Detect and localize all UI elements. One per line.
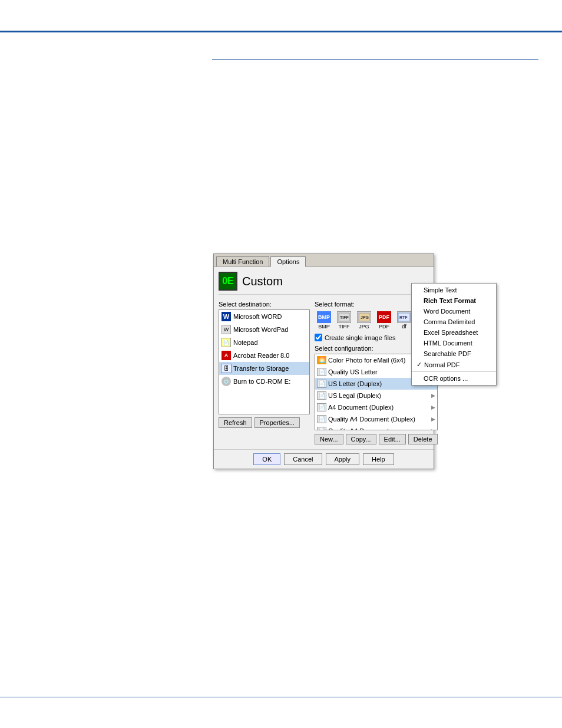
bottom-decorative-line (0, 697, 562, 697)
create-single-label[interactable]: Create single image files (325, 334, 395, 341)
format-bmp-btn[interactable]: BMP BMP (315, 309, 333, 331)
config-item-a4-duplex[interactable]: 📄 A4 Document (Duplex) ▶ (315, 401, 437, 413)
svg-text:RTF: RTF (399, 315, 408, 319)
bmp-label: BMP (318, 324, 330, 330)
menu-item-comma[interactable]: Comma Delimited (412, 317, 496, 327)
dest-item-label: Microsoft WordPad (233, 326, 288, 333)
menu-item-normal-pdf[interactable]: Normal PDF (412, 359, 496, 370)
dialog-icon: 0E (219, 272, 237, 291)
header-rule (212, 59, 538, 60)
dest-item-cdrom[interactable]: 💿 Burn to CD-ROM E: (219, 375, 309, 388)
config-item-label: Color Photo for eMail (6x4) (328, 357, 405, 364)
menu-item-simple-text[interactable]: Simple Text (412, 285, 496, 295)
config-item-quality-a4[interactable]: 📄 Quality A4 Document ▶ (315, 425, 437, 430)
menu-item-html[interactable]: HTML Document (412, 338, 496, 348)
acrobat-icon: A (221, 350, 232, 361)
dest-item-label: Acrobat Reader 8.0 (233, 352, 289, 359)
config-item-label: A4 Document (Duplex) (328, 404, 394, 411)
format-pdf-btn[interactable]: PDF PDF (375, 309, 394, 331)
config-arrow: ▶ (431, 393, 435, 398)
config-item-label: Quality US Letter (328, 368, 378, 375)
config-arrow: ▶ (431, 416, 435, 422)
config-item-label: Quality A4 Document (328, 427, 389, 430)
menu-separator (412, 371, 496, 372)
tab-multi-function[interactable]: Multi Function (216, 256, 269, 266)
pdf-label: PDF (379, 324, 389, 330)
create-single-checkbox[interactable] (315, 334, 322, 341)
storage-icon: 🗄 (221, 363, 232, 374)
dialog-body: 0E Custom Select destination: W Microsof… (214, 267, 434, 449)
config-item-quality-a4-duplex[interactable]: 📄 Quality A4 Document (Duplex) ▶ (315, 413, 437, 425)
dest-item-label: Microsoft WORD (233, 313, 282, 320)
new-button[interactable]: New... (315, 434, 343, 444)
config-item-label: US Letter (Duplex) (328, 380, 382, 387)
config-icon-quality-us: 📄 (317, 367, 326, 377)
svg-text:TIFF: TIFF (340, 315, 349, 319)
jpg-label: JPG (359, 324, 369, 330)
dest-item-label: Transfer to Storage (233, 365, 289, 372)
tiff-label: TIFF (339, 324, 350, 330)
dest-item-wordpad[interactable]: W Microsoft WordPad (219, 323, 309, 336)
color-photo-icon: 🌅 (317, 355, 326, 365)
dest-item-acrobat[interactable]: A Acrobat Reader 8.0 (219, 349, 309, 362)
cdrom-icon: 💿 (221, 376, 232, 387)
dest-item-label: Notepad (233, 339, 258, 346)
copy-button[interactable]: Copy... (346, 434, 376, 444)
tab-options[interactable]: Options (270, 256, 306, 267)
config-icon-us-legal-duplex: 📄 (317, 391, 326, 400)
properties-button[interactable]: Properties... (254, 417, 300, 428)
tiff-icon: TIFF (337, 311, 351, 323)
top-decorative-line (0, 31, 562, 32)
dialog-footer: OK Cancel Apply Help (214, 449, 434, 469)
config-icon-quality-a4-duplex: 📄 (317, 414, 326, 424)
menu-item-ocr-options[interactable]: OCR options ... (412, 373, 496, 384)
wordpad-icon: W (221, 324, 232, 335)
config-item-us-legal-duplex[interactable]: 📄 US Legal (Duplex) ▶ (315, 390, 437, 401)
help-button[interactable]: Help (363, 453, 394, 465)
word-icon: W (221, 311, 232, 322)
apply-button[interactable]: Apply (326, 453, 360, 465)
config-arrow: ▶ (431, 428, 435, 430)
destination-list[interactable]: W Microsoft WORD W Microsoft WordPad (219, 309, 310, 414)
refresh-button[interactable]: Refresh (219, 417, 252, 428)
dialog-container: Multi Function Options 0E Custom Select … (213, 253, 437, 469)
dest-item-label: Burn to CD-ROM E: (233, 378, 290, 385)
format-tiff-btn[interactable]: TIFF TIFF (335, 309, 353, 331)
menu-item-word-doc[interactable]: Word Document (412, 306, 496, 317)
config-item-label: US Legal (Duplex) (328, 392, 381, 399)
dest-item-storage[interactable]: 🗄 Transfer to Storage (219, 362, 309, 375)
config-icon-us-letter-duplex: 📄 (317, 379, 326, 388)
dest-item-notepad[interactable]: 📄 Notepad (219, 336, 309, 349)
config-icon-a4-duplex: 📄 (317, 403, 326, 412)
two-column-layout: Select destination: W Microsoft WORD (219, 301, 429, 444)
more-icon: RTF (397, 311, 411, 323)
menu-item-excel[interactable]: Excel Spreadsheet (412, 327, 496, 338)
more-label: df (402, 324, 406, 330)
dialog-header: 0E Custom (219, 272, 429, 295)
destination-label: Select destination: (219, 301, 310, 308)
svg-text:JPG: JPG (361, 315, 369, 319)
bmp-icon: BMP (317, 311, 331, 323)
dialog-title: Custom (242, 275, 283, 288)
dialog-tabs: Multi Function Options (214, 254, 434, 267)
menu-item-searchable-pdf[interactable]: Searchable PDF (412, 348, 496, 359)
format-jpg-btn[interactable]: JPG JPG (355, 309, 373, 331)
config-arrow: ▶ (431, 404, 435, 410)
delete-button[interactable]: Delete (408, 434, 438, 444)
pdf-icon: PDF (377, 311, 391, 323)
config-action-buttons: New... Copy... Edit... Delete (315, 434, 438, 444)
config-item-label: Quality A4 Document (Duplex) (328, 416, 415, 423)
cancel-button[interactable]: Cancel (284, 453, 322, 465)
dest-item-word[interactable]: W Microsoft WORD (219, 310, 309, 323)
menu-item-rich-text[interactable]: Rich Text Format (412, 295, 496, 306)
left-buttons: Refresh Properties... (219, 417, 310, 428)
context-menu: Simple Text Rich Text Format Word Docume… (411, 283, 497, 386)
jpg-icon: JPG (357, 311, 371, 323)
config-icon-quality-a4: 📄 (317, 426, 326, 430)
notepad-icon: 📄 (221, 337, 232, 348)
main-dialog: Multi Function Options 0E Custom Select … (213, 253, 434, 469)
ok-button[interactable]: OK (253, 453, 280, 465)
left-panel: Select destination: W Microsoft WORD (219, 301, 310, 444)
edit-button[interactable]: Edit... (379, 434, 406, 444)
